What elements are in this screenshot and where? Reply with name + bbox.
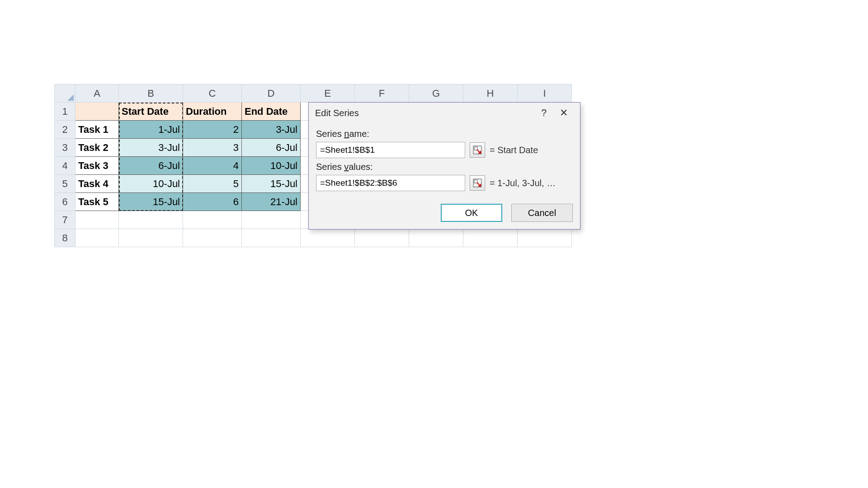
row-header-3[interactable]: 3 [55,139,75,157]
row-header-6[interactable]: 6 [55,193,75,211]
svg-rect-3 [474,180,477,183]
svg-rect-1 [474,147,477,150]
cell-A2[interactable]: Task 1 [75,121,119,139]
range-picker-icon[interactable] [470,142,485,158]
cell-D5[interactable]: 15-Jul [242,175,301,193]
column-header-H[interactable]: H [463,84,518,103]
cell-D3[interactable]: 6-Jul [242,139,301,157]
range-picker-icon[interactable] [470,175,485,191]
series-name-label: Series name: [316,129,573,139]
row-header-5[interactable]: 5 [55,175,75,193]
cell-H8[interactable] [463,229,518,247]
cell-B8[interactable] [119,229,183,247]
series-values-preview: = 1-Jul, 3-Jul, … [490,178,556,188]
cell-B6[interactable]: 15-Jul [119,193,183,211]
row-header-7[interactable]: 7 [55,211,75,229]
cell-C7[interactable] [183,211,242,229]
select-all-corner[interactable] [55,84,75,103]
edit-series-dialog: Edit Series ? ✕ Series name: = Start Dat… [308,102,580,230]
cell-A3[interactable]: Task 2 [75,139,119,157]
help-icon[interactable]: ? [534,107,554,119]
series-values-input[interactable] [316,175,465,191]
row-header-4[interactable]: 4 [55,157,75,175]
dialog-title: Edit Series [315,108,534,118]
cell-B2[interactable]: 1-Jul [119,121,183,139]
cell-D2[interactable]: 3-Jul [242,121,301,139]
cell-A8[interactable] [75,229,119,247]
row-header-2[interactable]: 2 [55,121,75,139]
cell-G8[interactable] [409,229,463,247]
close-icon[interactable]: ✕ [554,107,574,119]
cell-I8[interactable] [518,229,572,247]
column-header-C[interactable]: C [183,84,242,103]
column-header-G[interactable]: G [409,84,463,103]
column-header-A[interactable]: A [75,84,119,103]
cell-A7[interactable] [75,211,119,229]
row-header-8[interactable]: 8 [55,229,75,247]
cell-C2[interactable]: 2 [183,121,242,139]
column-header-I[interactable]: I [518,84,572,103]
series-values-label: Series values: [316,162,573,172]
column-header-F[interactable]: F [355,84,409,103]
cell-C5[interactable]: 5 [183,175,242,193]
cell-B5[interactable]: 10-Jul [119,175,183,193]
cell-B7[interactable] [119,211,183,229]
cell-B4[interactable]: 6-Jul [119,157,183,175]
cell-D8[interactable] [242,229,301,247]
cell-A4[interactable]: Task 3 [75,157,119,175]
cell-A1[interactable] [75,103,119,121]
cell-F8[interactable] [355,229,409,247]
cell-C3[interactable]: 3 [183,139,242,157]
row-header-1[interactable]: 1 [55,103,75,121]
cancel-button[interactable]: Cancel [511,204,573,222]
column-header-E[interactable]: E [301,84,355,103]
ok-button[interactable]: OK [441,204,502,222]
series-name-preview: = Start Date [490,145,538,155]
series-name-input[interactable] [316,142,465,158]
cell-D4[interactable]: 10-Jul [242,157,301,175]
cell-B1[interactable]: Start Date [119,103,183,121]
cell-C1[interactable]: Duration [183,103,242,121]
cell-E8[interactable] [301,229,355,247]
cell-A5[interactable]: Task 4 [75,175,119,193]
cell-D7[interactable] [242,211,301,229]
column-header-B[interactable]: B [119,84,183,103]
cell-C6[interactable]: 6 [183,193,242,211]
cell-D6[interactable]: 21-Jul [242,193,301,211]
cell-B3[interactable]: 3-Jul [119,139,183,157]
cell-C8[interactable] [183,229,242,247]
cell-A6[interactable]: Task 5 [75,193,119,211]
cell-D1[interactable]: End Date [242,103,301,121]
cell-C4[interactable]: 4 [183,157,242,175]
column-header-D[interactable]: D [242,84,301,103]
